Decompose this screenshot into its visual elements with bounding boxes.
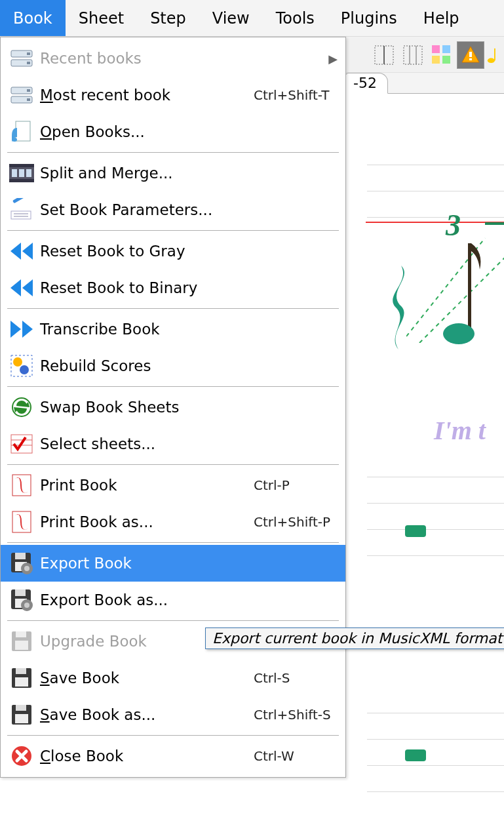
menu-label: Split and Merge... bbox=[40, 165, 246, 182]
palette-icon[interactable] bbox=[428, 41, 456, 69]
grid-icon-1[interactable] bbox=[370, 41, 398, 69]
menu-split-merge[interactable]: Split and Merge... bbox=[1, 155, 345, 191]
svg-rect-60 bbox=[16, 668, 26, 674]
svg-rect-10 bbox=[469, 58, 472, 60]
svg-rect-29 bbox=[19, 169, 24, 177]
menu-open-books[interactable]: Open Books... bbox=[1, 113, 345, 150]
svg-rect-31 bbox=[9, 164, 34, 167]
svg-rect-2 bbox=[404, 46, 422, 64]
svg-rect-8 bbox=[442, 56, 450, 64]
lyric-text: I'm t bbox=[434, 415, 486, 446]
menu-print-book-as[interactable]: Print Book as... Ctrl+Shift-P bbox=[1, 504, 345, 540]
menu-recent-books[interactable]: Recent books ▶ bbox=[1, 40, 345, 77]
svg-rect-52 bbox=[15, 589, 26, 596]
menu-rebuild-scores[interactable]: Rebuild Scores bbox=[1, 348, 345, 384]
wand-icon bbox=[9, 197, 35, 223]
book-menu-dropdown: Recent books ▶ Most recent book Ctrl+Shi… bbox=[0, 37, 346, 778]
menu-label: Reset Book to Gray bbox=[40, 243, 246, 260]
svg-point-50 bbox=[24, 566, 29, 571]
music-page-icon bbox=[9, 119, 35, 145]
menubar-item-tools[interactable]: Tools bbox=[263, 0, 328, 36]
menu-label: Save Book bbox=[40, 669, 246, 687]
menu-print-book[interactable]: Print Book Ctrl-P bbox=[1, 467, 345, 504]
svg-rect-23 bbox=[27, 89, 30, 92]
menu-label: Open Books... bbox=[40, 123, 246, 140]
svg-point-11 bbox=[488, 58, 495, 63]
film-icon bbox=[9, 160, 35, 186]
svg-point-38 bbox=[13, 357, 22, 367]
menu-label: Reset Book to Binary bbox=[40, 279, 246, 296]
svg-rect-30 bbox=[26, 169, 31, 177]
menu-label: Save Book as... bbox=[40, 706, 246, 723]
menu-export-book-as[interactable]: Export Book as... bbox=[1, 582, 345, 618]
shortcut-text: Ctrl+Shift-P bbox=[246, 514, 338, 530]
pdf-icon bbox=[9, 472, 35, 498]
menu-select-sheets[interactable]: Select sheets... bbox=[1, 426, 345, 462]
menu-separator bbox=[7, 152, 339, 153]
menu-save-book[interactable]: Save Book Ctrl-S bbox=[1, 660, 345, 696]
note-head bbox=[405, 525, 426, 537]
menu-label: Recent books bbox=[40, 50, 326, 67]
menu-label: Set Book Parameters... bbox=[40, 201, 246, 218]
menubar-item-view[interactable]: View bbox=[199, 0, 263, 36]
menu-separator bbox=[7, 620, 339, 621]
rewind-icon bbox=[9, 275, 35, 301]
grid-icon-2[interactable] bbox=[399, 41, 427, 69]
floppy-icon bbox=[9, 702, 35, 728]
menu-label: Rebuild Scores bbox=[40, 357, 246, 374]
shortcut-text: Ctrl-W bbox=[246, 748, 338, 764]
menu-reset-binary[interactable]: Reset Book to Binary bbox=[1, 269, 345, 306]
menu-swap-sheets[interactable]: Swap Book Sheets bbox=[1, 389, 345, 426]
menu-separator bbox=[7, 464, 339, 465]
menu-label: Most recent book bbox=[40, 87, 246, 104]
menu-save-book-as[interactable]: Save Book as... Ctrl+Shift-S bbox=[1, 696, 345, 733]
rebuild-icon bbox=[9, 353, 35, 379]
menu-transcribe-book[interactable]: Transcribe Book bbox=[1, 311, 345, 348]
menubar-item-sheet[interactable]: Sheet bbox=[66, 0, 137, 36]
svg-rect-20 bbox=[27, 62, 30, 64]
svg-rect-24 bbox=[27, 98, 30, 101]
menu-label: Transcribe Book bbox=[40, 321, 246, 338]
tooltip: Export current book in MusicXML format bbox=[205, 628, 504, 649]
svg-rect-58 bbox=[15, 641, 28, 650]
eighth-note bbox=[439, 243, 485, 348]
menu-export-book[interactable]: Export Book bbox=[1, 545, 345, 582]
fast-forward-icon bbox=[9, 316, 35, 342]
menu-set-parameters[interactable]: Set Book Parameters... bbox=[1, 191, 345, 228]
menubar-item-book[interactable]: Book bbox=[0, 0, 66, 36]
music-note-icon[interactable] bbox=[486, 41, 503, 69]
menu-close-book[interactable]: Close Book Ctrl-W bbox=[1, 738, 345, 774]
menu-separator bbox=[7, 735, 339, 736]
floppy-icon bbox=[9, 628, 35, 654]
floppy-icon bbox=[9, 665, 35, 691]
svg-rect-15 bbox=[468, 243, 471, 330]
svg-rect-9 bbox=[469, 52, 472, 57]
svg-rect-12 bbox=[494, 49, 495, 60]
svg-point-39 bbox=[20, 365, 29, 374]
menu-reset-gray[interactable]: Reset Book to Gray bbox=[1, 233, 345, 269]
menu-separator bbox=[7, 230, 339, 231]
svg-rect-5 bbox=[432, 45, 440, 53]
menu-label: Export Book as... bbox=[40, 591, 246, 608]
menu-separator bbox=[7, 308, 339, 309]
menu-label: Swap Book Sheets bbox=[40, 399, 246, 416]
svg-rect-61 bbox=[15, 677, 28, 687]
warning-icon[interactable] bbox=[457, 41, 484, 69]
menubar-item-plugins[interactable]: Plugins bbox=[328, 0, 410, 36]
menu-separator bbox=[7, 386, 339, 387]
drive-icon bbox=[9, 45, 35, 71]
menubar-item-help[interactable]: Help bbox=[410, 0, 473, 36]
svg-rect-32 bbox=[9, 179, 34, 182]
svg-rect-6 bbox=[442, 45, 450, 53]
swap-icon bbox=[9, 394, 35, 420]
svg-point-26 bbox=[12, 138, 17, 142]
menubar-item-step[interactable]: Step bbox=[137, 0, 199, 36]
menu-separator bbox=[7, 542, 339, 543]
svg-rect-33 bbox=[11, 211, 31, 219]
svg-rect-64 bbox=[15, 714, 28, 723]
tab[interactable]: -52 bbox=[345, 73, 388, 94]
save-gear-icon bbox=[9, 550, 35, 576]
close-icon bbox=[9, 743, 35, 769]
menu-label: Export Book bbox=[40, 555, 246, 572]
menu-most-recent-book[interactable]: Most recent book Ctrl+Shift-T bbox=[1, 77, 345, 113]
